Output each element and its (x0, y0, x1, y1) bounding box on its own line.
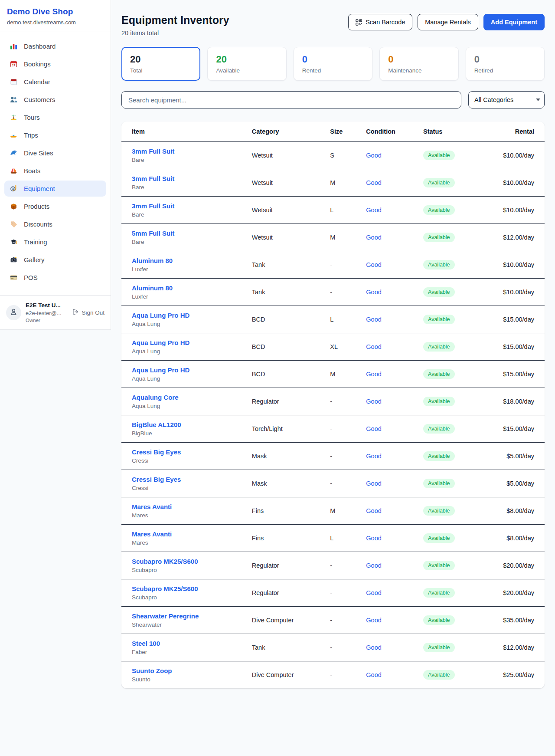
condition-link[interactable]: Good (366, 289, 381, 296)
filter-row: All Categories (121, 91, 545, 108)
sidebar-item-bookings[interactable]: 17 Bookings (4, 56, 106, 72)
table-row: BigBlue AL1200 BigBlue Torch/Light - Goo… (121, 415, 545, 443)
condition-link[interactable]: Good (366, 371, 381, 378)
condition-link[interactable]: Good (366, 316, 381, 323)
item-name-link[interactable]: Steel 100 (132, 640, 245, 647)
rental-cell: $10.00/day (487, 197, 545, 224)
condition-link[interactable]: Good (366, 207, 381, 214)
sidebar-item-discounts[interactable]: Discounts (4, 216, 106, 232)
scan-barcode-button[interactable]: Scan Barcode (348, 14, 412, 30)
add-equipment-button[interactable]: Add Equipment (483, 14, 545, 30)
item-brand: BigBlue (132, 430, 245, 437)
stat-card-maintenance[interactable]: 0 Maintenance (379, 47, 458, 81)
category-cell: Wetsuit (248, 224, 327, 251)
sidebar-item-tours[interactable]: Tours (4, 109, 106, 125)
size-cell: - (326, 552, 362, 579)
size-cell: M (326, 497, 362, 525)
sidebar-item-dashboard[interactable]: Dashboard (4, 38, 106, 54)
condition-link[interactable]: Good (366, 425, 381, 432)
sidebar-item-label: Calendar (24, 78, 50, 85)
status-badge: Available (423, 342, 455, 352)
size-cell: M (326, 224, 362, 251)
item-name-link[interactable]: Scubapro MK25/S600 (132, 585, 245, 592)
item-name-link[interactable]: Mares Avanti (132, 530, 245, 538)
item-name-link[interactable]: Aqualung Core (132, 394, 245, 401)
camera-icon (10, 256, 18, 263)
stat-card-available[interactable]: 20 Available (207, 47, 286, 81)
condition-link[interactable]: Good (366, 453, 381, 460)
sidebar-item-label: Equipment (24, 185, 55, 192)
size-cell: - (326, 661, 362, 689)
item-brand: Faber (132, 649, 245, 655)
sidebar-item-equipment[interactable]: Equipment (4, 181, 106, 197)
item-name-link[interactable]: Aluminum 80 (132, 284, 245, 292)
rental-cell: $15.00/day (487, 361, 545, 388)
condition-link[interactable]: Good (366, 152, 381, 159)
page-header-text: Equipment Inventory 20 items total (121, 14, 229, 36)
condition-link[interactable]: Good (366, 507, 381, 514)
column-header-condition: Condition (362, 122, 420, 142)
condition-link[interactable]: Good (366, 179, 381, 186)
tag-icon (10, 220, 18, 228)
table-row: Cressi Big Eyes Cressi Mask - Good Avail… (121, 443, 545, 470)
condition-link[interactable]: Good (366, 398, 381, 405)
status-badge: Available (423, 479, 455, 488)
sign-out-button[interactable]: Sign Out (72, 309, 104, 316)
user-role: Owner (26, 318, 68, 323)
condition-link[interactable]: Good (366, 562, 381, 569)
condition-link[interactable]: Good (366, 343, 381, 350)
status-badge: Available (423, 287, 455, 297)
item-name-link[interactable]: Aqua Lung Pro HD (132, 339, 245, 346)
column-header-status: Status (420, 122, 487, 142)
sidebar-item-calendar[interactable]: Calendar (4, 74, 106, 90)
item-name-link[interactable]: 3mm Full Suit (132, 148, 245, 155)
item-brand: Mares (132, 512, 245, 519)
sidebar-item-dive-sites[interactable]: Dive Sites (4, 145, 106, 161)
status-badge: Available (423, 151, 455, 160)
size-cell: - (326, 634, 362, 661)
sidebar-item-gallery[interactable]: Gallery (4, 252, 106, 268)
item-brand: Bare (132, 239, 245, 245)
item-name-link[interactable]: Shearwater Peregrine (132, 612, 245, 620)
condition-link[interactable]: Good (366, 234, 381, 241)
sign-out-label: Sign Out (82, 309, 104, 316)
item-name-link[interactable]: Aqua Lung Pro HD (132, 366, 245, 374)
condition-link[interactable]: Good (366, 535, 381, 542)
condition-link[interactable]: Good (366, 261, 381, 268)
condition-link[interactable]: Good (366, 617, 381, 624)
item-name-link[interactable]: 5mm Full Suit (132, 230, 245, 237)
item-name-link[interactable]: Cressi Big Eyes (132, 476, 245, 483)
sidebar-item-pos[interactable]: POS (4, 270, 106, 286)
status-badge: Available (423, 369, 455, 379)
stat-card-total[interactable]: 20 Total (121, 47, 200, 81)
condition-link[interactable]: Good (366, 671, 381, 678)
rental-cell: $5.00/day (487, 470, 545, 497)
stat-card-retired[interactable]: 0 Retired (466, 47, 545, 81)
search-input[interactable] (121, 91, 461, 108)
item-name-link[interactable]: BigBlue AL1200 (132, 421, 245, 428)
item-name-link[interactable]: Mares Avanti (132, 503, 245, 510)
scan-barcode-icon (356, 19, 362, 26)
sidebar-item-boats[interactable]: Boats (4, 163, 106, 179)
item-name-link[interactable]: Aluminum 80 (132, 257, 245, 264)
item-name-link[interactable]: 3mm Full Suit (132, 175, 245, 182)
category-select[interactable]: All Categories (468, 91, 545, 108)
item-name-link[interactable]: 3mm Full Suit (132, 202, 245, 210)
sidebar-item-label: Boats (24, 167, 40, 174)
condition-link[interactable]: Good (366, 480, 381, 487)
category-cell: BCD (248, 333, 327, 361)
item-name-link[interactable]: Scubapro MK25/S600 (132, 558, 245, 565)
item-name-link[interactable]: Suunto Zoop (132, 667, 245, 674)
sidebar-item-training[interactable]: Training (4, 234, 106, 250)
sidebar-item-products[interactable]: Products (4, 198, 106, 214)
condition-link[interactable]: Good (366, 589, 381, 596)
item-name-link[interactable]: Cressi Big Eyes (132, 448, 245, 456)
manage-rentals-button[interactable]: Manage Rentals (418, 14, 478, 30)
brand-title[interactable]: Demo Dive Shop (7, 7, 104, 16)
sidebar-item-customers[interactable]: Customers (4, 92, 106, 108)
size-cell: - (326, 470, 362, 497)
stat-card-rented[interactable]: 0 Rented (294, 47, 372, 81)
item-name-link[interactable]: Aqua Lung Pro HD (132, 312, 245, 319)
condition-link[interactable]: Good (366, 644, 381, 651)
sidebar-item-trips[interactable]: Trips (4, 127, 106, 143)
